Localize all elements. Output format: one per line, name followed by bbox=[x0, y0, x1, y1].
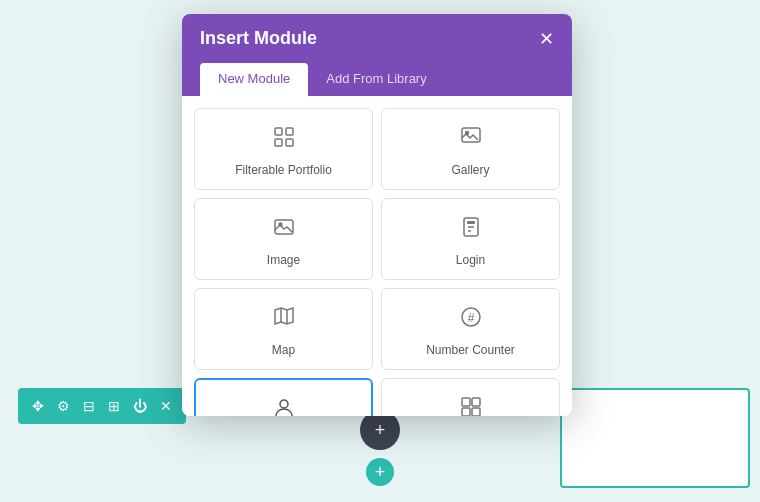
settings-icon[interactable]: ⚙ bbox=[57, 398, 70, 414]
map-icon bbox=[272, 305, 296, 335]
dark-circle-button[interactable]: + bbox=[360, 410, 400, 450]
svg-text:#: # bbox=[467, 311, 474, 325]
teal-content-box bbox=[560, 388, 750, 488]
module-item-filterable-portfolio[interactable]: Filterable Portfolio bbox=[194, 108, 373, 190]
gallery-label: Gallery bbox=[451, 163, 489, 177]
image-label: Image bbox=[267, 253, 300, 267]
svg-rect-2 bbox=[275, 139, 282, 146]
login-icon bbox=[459, 215, 483, 245]
modal-body: Filterable Portfolio Gallery bbox=[182, 96, 572, 416]
modal-header: Insert Module ✕ bbox=[182, 14, 572, 63]
svg-rect-16 bbox=[472, 408, 480, 416]
svg-point-5 bbox=[465, 132, 468, 135]
gallery-icon bbox=[459, 125, 483, 155]
module-item-login[interactable]: Login bbox=[381, 198, 560, 280]
add-module-button[interactable]: + bbox=[366, 458, 394, 486]
svg-rect-0 bbox=[275, 128, 282, 135]
module-item-number-counter[interactable]: # Number Counter bbox=[381, 288, 560, 370]
filterable-portfolio-icon bbox=[272, 125, 296, 155]
modal-close-button[interactable]: ✕ bbox=[539, 30, 554, 48]
filterable-portfolio-label: Filterable Portfolio bbox=[235, 163, 332, 177]
tab-add-from-library[interactable]: Add From Library bbox=[308, 63, 444, 96]
dark-circle-icon: + bbox=[375, 420, 386, 441]
login-label: Login bbox=[456, 253, 485, 267]
svg-rect-1 bbox=[286, 128, 293, 135]
svg-rect-13 bbox=[462, 398, 470, 406]
disable-icon[interactable]: ⏻ bbox=[133, 398, 147, 414]
add-icon: + bbox=[375, 463, 386, 481]
module-toolbar[interactable]: ✥ ⚙ ⊟ ⊞ ⏻ ✕ bbox=[18, 388, 186, 424]
delete-icon[interactable]: ✕ bbox=[160, 398, 172, 414]
module-grid: Filterable Portfolio Gallery bbox=[194, 108, 560, 416]
module-item-person[interactable]: Person bbox=[194, 378, 373, 416]
tab-new-module[interactable]: New Module bbox=[200, 63, 308, 96]
portfolio-icon bbox=[459, 395, 483, 416]
svg-rect-3 bbox=[286, 139, 293, 146]
modal-title: Insert Module bbox=[200, 28, 317, 49]
svg-rect-9 bbox=[467, 221, 475, 224]
number-counter-icon: # bbox=[459, 305, 483, 335]
svg-point-12 bbox=[280, 400, 288, 408]
map-label: Map bbox=[272, 343, 295, 357]
module-item-portfolio[interactable]: Portfolio bbox=[381, 378, 560, 416]
modal-tabs: New Module Add From Library bbox=[182, 63, 572, 96]
insert-module-modal: Insert Module ✕ New Module Add From Libr… bbox=[182, 14, 572, 416]
svg-rect-15 bbox=[462, 408, 470, 416]
image-icon bbox=[272, 215, 296, 245]
move-icon[interactable]: ✥ bbox=[32, 398, 44, 414]
duplicate-icon[interactable]: ⊟ bbox=[83, 398, 95, 414]
person-icon bbox=[272, 396, 296, 416]
module-item-image[interactable]: Image bbox=[194, 198, 373, 280]
svg-rect-14 bbox=[472, 398, 480, 406]
module-item-map[interactable]: Map bbox=[194, 288, 373, 370]
number-counter-label: Number Counter bbox=[426, 343, 515, 357]
module-item-gallery[interactable]: Gallery bbox=[381, 108, 560, 190]
grid-icon[interactable]: ⊞ bbox=[108, 398, 120, 414]
svg-point-7 bbox=[279, 223, 282, 226]
